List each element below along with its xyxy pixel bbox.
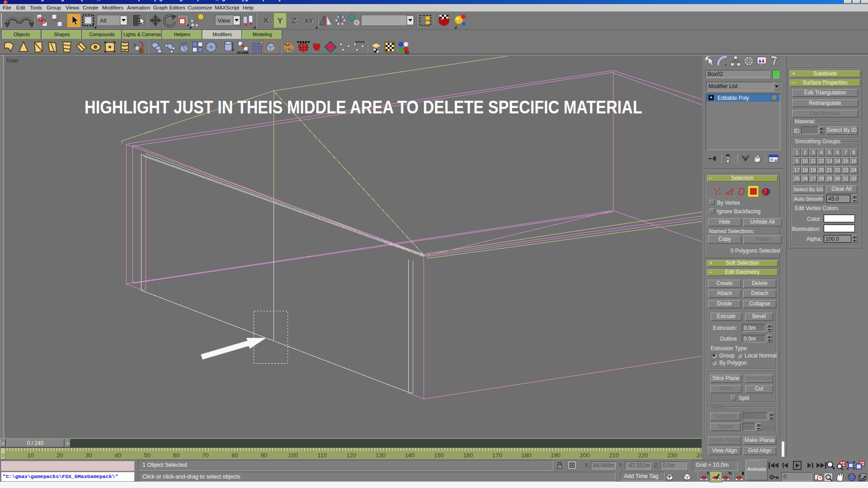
svg-text:200: 200 <box>580 452 590 459</box>
svg-text:100: 100 <box>288 452 298 459</box>
svg-text:120: 120 <box>346 452 356 459</box>
svg-text:%: % <box>728 471 732 475</box>
svg-text:90: 90 <box>260 452 267 459</box>
svg-text:XFORM: XFORM <box>237 51 248 54</box>
svg-text:140: 140 <box>405 452 415 459</box>
svg-text:30: 30 <box>85 452 92 459</box>
svg-text:3: 3 <box>707 471 709 475</box>
svg-text:View: View <box>217 17 231 24</box>
svg-text:▮: ▮ <box>742 471 744 475</box>
svg-text:150: 150 <box>434 452 444 459</box>
svg-text:190: 190 <box>551 452 561 459</box>
svg-text:All: All <box>100 17 107 24</box>
svg-text:220: 220 <box>638 452 648 459</box>
svg-text:160: 160 <box>463 452 473 459</box>
svg-text:130: 130 <box>376 452 386 459</box>
svg-text:40: 40 <box>115 452 121 459</box>
svg-text:210: 210 <box>609 452 619 459</box>
svg-text:X: X <box>264 17 269 25</box>
svg-text:0: 0 <box>1 453 4 458</box>
svg-text:180: 180 <box>522 452 532 459</box>
svg-text:60: 60 <box>173 452 179 459</box>
svg-text:50: 50 <box>144 452 150 459</box>
svg-text:230: 230 <box>667 452 677 459</box>
svg-text:110: 110 <box>317 452 327 459</box>
svg-text:170: 170 <box>492 452 502 459</box>
svg-text:Z: Z <box>292 17 297 25</box>
svg-text:80: 80 <box>231 452 238 459</box>
svg-text:20: 20 <box>57 452 63 459</box>
svg-text:ID: ID <box>405 50 410 55</box>
svg-text:10: 10 <box>27 452 33 459</box>
svg-text:Y: Y <box>278 17 283 25</box>
svg-text:240: 240 <box>697 452 702 459</box>
svg-text:70: 70 <box>202 452 208 459</box>
svg-text:XY: XY <box>305 18 313 25</box>
